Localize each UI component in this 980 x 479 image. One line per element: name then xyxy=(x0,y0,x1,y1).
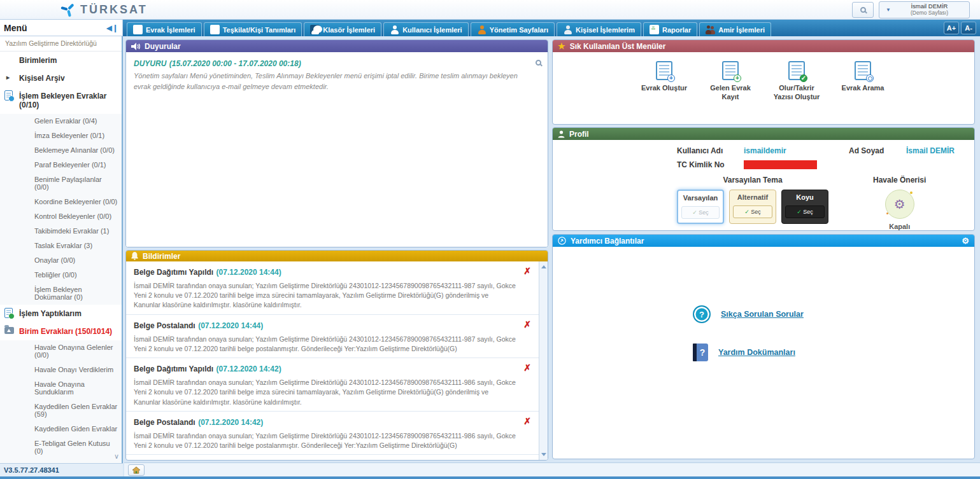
profile-panel: Profil Kullanıcı Adı ismaildemir Ad Soya… xyxy=(552,127,975,231)
sidebar-item[interactable]: Havale Onayı Verdiklerim xyxy=(0,363,122,377)
announcements-header: Duyurular xyxy=(126,40,548,52)
main-tab[interactable]: Evrak İşlemleri xyxy=(127,22,202,36)
collapse-sidebar-icon[interactable]: ◀❙ xyxy=(106,24,118,32)
sidebar-item[interactable]: Birimlerim xyxy=(0,52,122,69)
sidebar-item[interactable]: Taslak Evraklar (3) xyxy=(0,239,122,253)
theme-card[interactable]: Alternatif ✓ Seç xyxy=(729,190,776,224)
user-menu-dropdown[interactable]: ▼ İsmail DEMİR (Demo Sayfası) xyxy=(879,1,970,18)
sidebar-item[interactable]: İmza Bekleyenler (0/1) xyxy=(0,128,122,143)
sidebar-item[interactable]: Kontrol Bekleyenler (0/0) xyxy=(0,209,122,224)
sidebar-item[interactable]: İşlem Bekleyen Dokümanlar (0) xyxy=(0,282,122,305)
sidebar-item-label: Paraf Bekleyenler (0/1) xyxy=(34,161,106,169)
document-icon xyxy=(855,61,871,80)
announcement-zoom-icon[interactable] xyxy=(536,60,541,66)
sidebar-item[interactable]: Kaydedilen Giden Evraklar xyxy=(0,422,122,436)
top-header: TÜRKSAT ▼ İsmail DEMİR (Demo Sayfası) xyxy=(0,0,980,20)
star-icon: ★ xyxy=(558,41,565,51)
check-icon: ✓ xyxy=(744,209,749,215)
font-increase-button[interactable]: A+ xyxy=(944,22,959,34)
main-tab[interactable]: Yönetim Sayfaları xyxy=(471,22,555,36)
dismiss-notification-icon[interactable]: ✗ xyxy=(523,416,531,426)
main-tab[interactable]: Teşkilat/Kişi Tanımları xyxy=(204,22,302,36)
home-button[interactable] xyxy=(128,464,145,476)
paperclip-icon xyxy=(558,237,566,245)
users-icon xyxy=(706,25,715,34)
badge-icon xyxy=(866,74,874,82)
footer-bar xyxy=(124,462,980,476)
badge-icon xyxy=(800,74,807,82)
sidebar-item-label: Beklemeye Alınanlar (0/0) xyxy=(34,146,115,154)
gear-icon[interactable]: ⚙ xyxy=(962,236,969,246)
logo-text: TÜRKSAT xyxy=(80,3,148,17)
sidebar-item[interactable]: Birim Evrakları (150/1014) xyxy=(0,323,122,340)
global-search-button[interactable] xyxy=(852,2,874,18)
sidebar-item[interactable]: KEP Gelen Kutusu (530) xyxy=(0,459,122,463)
sidebar-item[interactable]: Kişisel Arşiv xyxy=(0,69,122,87)
sidebar-item[interactable]: Gelen Evraklar (0/4) xyxy=(0,114,122,128)
sidebar-item[interactable]: Takibimdeki Evraklar (1) xyxy=(0,224,122,239)
sidebar-item[interactable]: Benimle Paylaşılanlar (0/0) xyxy=(0,172,122,195)
sidebar-item[interactable]: İşlem Bekleyen Evraklar (0/10) xyxy=(0,87,122,114)
main-tab[interactable]: Kişisel İşlemlerim xyxy=(557,22,641,36)
sidebar-item[interactable]: E-Tebligat Gelen Kutusu (0) xyxy=(0,436,122,459)
fullname-value[interactable]: İsmail DEMİR xyxy=(906,146,975,155)
notification-date: (07.12.2020 14:44) xyxy=(217,268,281,277)
dismiss-notification-icon[interactable]: ✗ xyxy=(523,319,531,330)
bottom-divider xyxy=(0,476,980,479)
dismiss-notification-icon[interactable]: ✗ xyxy=(523,266,531,276)
sidebar-item-label: İşlem Bekleyen Dokümanlar (0) xyxy=(34,286,83,301)
favorite-shortcut[interactable]: Evrak Arama xyxy=(838,61,888,102)
scroll-down-icon[interactable] xyxy=(541,453,546,456)
sidebar-item[interactable]: Havale Onayına Gelenler (0/0) xyxy=(0,340,122,363)
doc-clock-icon xyxy=(4,90,13,101)
notification-date: (07.12.2020 14:44) xyxy=(198,321,263,330)
sidebar-item-label: Kontrol Bekleyenler (0/0) xyxy=(34,212,111,220)
scroll-up-icon[interactable] xyxy=(541,265,546,268)
font-decrease-button[interactable]: A- xyxy=(961,22,976,34)
brain-gear-icon[interactable]: ⚙ xyxy=(885,190,914,219)
sidebar-item-label: Koordine Bekleyenler (0/0) xyxy=(34,198,117,205)
main-tab[interactable]: Kullanıcı İşlemleri xyxy=(383,22,469,36)
sidebar-item-label: Gelen Evraklar (0/4) xyxy=(34,117,97,125)
unit-folder-icon xyxy=(4,327,14,334)
sidebar-item[interactable]: Koordine Bekleyenler (0/0) xyxy=(0,195,122,209)
dismiss-notification-icon[interactable]: ✗ xyxy=(523,459,531,460)
dismiss-notification-icon[interactable]: ✗ xyxy=(523,363,531,373)
theme-select-button[interactable]: ✓ Seç xyxy=(733,205,772,218)
sidebar-item[interactable]: Beklemeye Alınanlar (0/0) xyxy=(0,143,122,158)
helper-link[interactable]: Yardım Dokümanları xyxy=(693,344,974,361)
sidebar-item[interactable]: Onaylar (0/0) xyxy=(0,253,122,268)
badge-icon xyxy=(734,74,741,82)
main-tab[interactable]: Raporlar xyxy=(643,22,697,36)
sidebar-item[interactable]: Kaydedilen Gelen Evraklar (59) xyxy=(0,399,122,422)
favorite-shortcut[interactable]: Evrak Oluştur xyxy=(639,61,689,102)
announcement-period: (15.07.2020 00:00 - 17.07.2020 00:18) xyxy=(169,59,301,68)
profile-header: Profil xyxy=(553,128,974,140)
shortcut-label: Evrak Arama xyxy=(842,84,884,93)
tab-label: Raporlar xyxy=(662,26,691,34)
main-tab[interactable]: Amir İşlemleri xyxy=(699,22,771,36)
notification-date: (07.12.2020 14:42) xyxy=(217,364,281,373)
sidebar-item-label: Birimlerim xyxy=(19,56,57,65)
sidebar-scroll-down-icon[interactable]: ∨ xyxy=(114,452,119,461)
menu-title: Menü xyxy=(4,23,27,33)
notifications-scrollbar[interactable] xyxy=(539,261,548,460)
main-tab[interactable]: Klasör İşlemleri xyxy=(304,22,381,36)
sidebar-item[interactable]: Paraf Bekleyenler (0/1) xyxy=(0,158,122,172)
theme-select-button[interactable]: ✓ Seç xyxy=(681,206,720,219)
helper-link[interactable]: Sıkça Sorulan Sorular xyxy=(693,305,974,323)
notification-title: Belge Dağıtımı Yapıldı xyxy=(134,268,213,277)
announcements-panel: Duyurular DUYURU (15.07.2020 00:00 - 17.… xyxy=(125,39,548,247)
theme-card[interactable]: Koyu ✓ Seç xyxy=(781,190,828,224)
favorite-shortcut[interactable]: Gelen Evrak Kayıt xyxy=(706,61,755,102)
sidebar-item[interactable]: İşlem Yaptıklarım xyxy=(0,305,122,323)
badge-icon xyxy=(667,74,675,82)
sidebar-item[interactable]: Tebliğler (0/0) xyxy=(0,268,122,282)
theme-select-button[interactable]: ✓ Seç xyxy=(785,205,825,218)
sidebar-item[interactable]: Havale Onayına Sunduklarım xyxy=(0,377,122,399)
username-value[interactable]: ismaildemir xyxy=(744,146,849,155)
theme-card[interactable]: Varsayılan ✓ Seç xyxy=(677,190,724,224)
favorite-shortcut[interactable]: Olur/Takrir Yazısı Oluştur xyxy=(772,61,821,102)
username-label: Kullanıcı Adı xyxy=(677,146,744,155)
notification-body: İsmail DEMİR tarafından onaya sunulan; Y… xyxy=(134,281,516,310)
